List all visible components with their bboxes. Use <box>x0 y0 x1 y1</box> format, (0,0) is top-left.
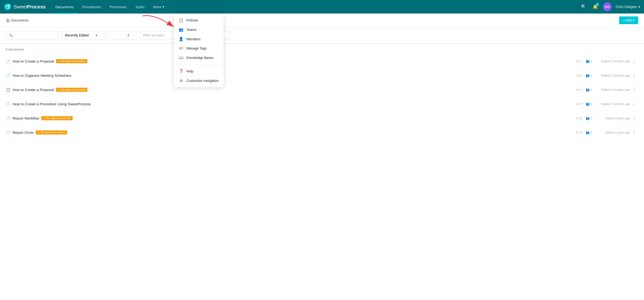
breadcrumb: 🏠 Documents <box>6 18 28 22</box>
doc-title[interactable]: How to Create a Procedure Using SweetPro… <box>12 102 91 106</box>
nav-documents[interactable]: Documents <box>52 3 78 11</box>
nav-procedures[interactable]: Procedures <box>78 3 105 11</box>
no-approved-badge: ⚠ No approved version <box>41 116 73 120</box>
no-approved-badge: ⚠ No approved version <box>56 88 88 92</box>
doc-title[interactable]: Report Workflow <box>12 116 39 120</box>
menu-item-customize-nav[interactable]: ⊘ Customize navigation <box>174 76 224 85</box>
tags-count: 🏷 1 <box>576 88 582 92</box>
filter1-chevron-icon: ▾ <box>128 33 129 37</box>
document-icon: 📄 <box>6 59 10 64</box>
members-count: 👥 1 <box>586 60 592 63</box>
members-count: 👥 1 <box>586 88 592 92</box>
doc-info: 📋 How to Create a Proposal ⚠ No approved… <box>6 88 576 92</box>
table-row: 📄 Report Circle ⚠ No approved version 🏷 … <box>6 125 638 140</box>
doc-title[interactable]: How to Organize Meeting Schedules <box>12 74 71 78</box>
nav-more[interactable]: More ▾ <box>149 3 168 11</box>
menu-item-manage-tags[interactable]: 🏷 Manage Tags <box>174 44 224 53</box>
filter1-dropdown[interactable]: ▾ <box>108 31 137 39</box>
edited-time: Edited 2 months ago <box>596 60 630 63</box>
table-row: 📄 Report Workflow ⚠ No approved version … <box>6 111 638 125</box>
tags-count: 🏷 0 <box>576 131 582 134</box>
doc-info: 📄 Report Circle ⚠ No approved version <box>6 130 576 135</box>
edited-time: Edited 2 months ago <box>596 102 630 106</box>
members-icon: 👥 <box>586 60 590 63</box>
doc-meta: 🏷 1 👥 1 Edited 2 months ago <box>576 60 630 63</box>
doc-meta: 🏷 0 👥 0 Edited 2 months ago <box>576 102 630 106</box>
tags-count: 🏷 0 <box>576 102 582 106</box>
nav-tasks[interactable]: Tasks <box>131 3 148 11</box>
doc-meta: 🏷 0 👥 0 Edited a year ago <box>576 131 630 134</box>
row-more-button[interactable]: ⋮ <box>630 58 638 65</box>
navbar: SweetProcess Documents Procedures Proces… <box>0 0 644 14</box>
home-icon: 🏠 <box>6 18 10 22</box>
edited-time: Edited a year ago <box>596 131 630 134</box>
doc-title[interactable]: How to Create a Proposal <box>12 88 54 92</box>
tags-count: 🏷 0 <box>576 116 582 120</box>
notification-badge: 1 <box>596 3 599 6</box>
doc-meta: 🏷 1 👥 1 Edited 2 months ago <box>576 88 630 92</box>
doc-title[interactable]: How to Create a Proposal <box>12 59 54 63</box>
doc-meta: 🏷 0 👥 1 Edited 2 months ago <box>576 74 630 77</box>
document-icon: 📄 <box>6 102 10 106</box>
tag-icon: 🏷 <box>576 74 579 77</box>
row-more-button[interactable]: ⋮ <box>630 114 638 122</box>
help-icon: ❓ <box>179 69 184 74</box>
svg-point-1 <box>8 4 10 6</box>
menu-item-members[interactable]: 👤 Members <box>174 34 224 44</box>
breadcrumb-label: Documents <box>11 18 28 22</box>
no-approved-badge: ⚠ No approved version <box>56 59 88 63</box>
tag-icon: 🏷 <box>576 116 579 120</box>
add-button[interactable]: + Add ▾ <box>619 16 638 24</box>
nav-processes[interactable]: Processes <box>106 3 130 11</box>
avatar[interactable]: CO <box>603 2 612 11</box>
members-icon: 👥 <box>586 102 590 106</box>
tag-icon: 🏷 <box>576 60 579 63</box>
search-icon: 🔍 <box>9 33 13 37</box>
brand-name: SweetProcess <box>14 4 46 10</box>
doc-info: 📄 How to Organize Meeting Schedules <box>6 73 576 78</box>
menu-item-policies[interactable]: 📋 Policies <box>174 16 224 25</box>
members-count: 👥 1 <box>586 74 592 77</box>
brand-logo-icon <box>4 3 12 11</box>
document-icon: 📄 <box>6 73 10 78</box>
doc-title[interactable]: Report Circle <box>12 130 34 134</box>
members-icon: 👥 <box>586 131 590 134</box>
row-more-button[interactable]: ⋮ <box>630 72 638 79</box>
nav-right: 🔍 🔔 1 CO Chris Odogwu ▾ <box>580 2 640 11</box>
edited-time: Edited 2 months ago <box>596 74 630 77</box>
chevron-down-icon: ▾ <box>162 4 164 9</box>
menu-item-teams[interactable]: 👥 Teams <box>174 25 224 34</box>
filter-team-placeholder: Filter by team... <box>143 33 166 37</box>
search-icon-button[interactable]: 🔍 <box>580 3 588 11</box>
no-approved-badge: ⚠ No approved version <box>36 130 67 134</box>
row-more-button[interactable]: ⋮ <box>630 100 638 108</box>
members-count: 👥 0 <box>586 116 592 120</box>
sort-dropdown[interactable]: Recently Edited ▾ <box>62 31 105 39</box>
document-icon: 📄 <box>6 130 10 135</box>
tags-count: 🏷 1 <box>576 60 582 63</box>
tag-icon: 🏷 <box>576 102 579 106</box>
menu-item-knowledge-bases[interactable]: 📖 Knowledge Bases <box>174 53 224 62</box>
row-more-button[interactable]: ⋮ <box>630 86 638 93</box>
filter-bar: 🔍 Recently Edited ▾ ▾ Filter by team... … <box>0 27 644 44</box>
tag-icon: 🏷 <box>576 88 579 92</box>
menu-item-help[interactable]: ❓ Help <box>174 66 224 76</box>
menu-divider <box>174 64 224 64</box>
members-icon: 👤 <box>179 37 184 41</box>
members-icon: 👥 <box>586 74 590 77</box>
sort-chevron-icon: ▾ <box>96 33 97 37</box>
table-row: 📄 How to Organize Meeting Schedules 🏷 0 … <box>6 68 638 82</box>
members-count: 👥 0 <box>586 102 592 106</box>
doc-info: 📄 How to Create a Proposal ⚠ No approved… <box>6 59 576 64</box>
row-more-button[interactable]: ⋮ <box>630 129 638 136</box>
doc-meta: 🏷 0 👥 0 Edited a year ago <box>576 116 630 120</box>
search-field[interactable]: 🔍 <box>6 31 59 39</box>
notification-button[interactable]: 🔔 1 <box>591 3 599 11</box>
edited-time: Edited 2 months ago <box>596 88 630 92</box>
policies-icon: 📋 <box>179 18 184 22</box>
user-menu[interactable]: Chris Odogwu ▾ <box>616 5 640 9</box>
sort-label: Recently Edited <box>65 33 88 37</box>
svg-point-0 <box>4 4 11 10</box>
user-chevron-icon: ▾ <box>638 5 640 9</box>
document-icon: 📄 <box>6 116 10 120</box>
